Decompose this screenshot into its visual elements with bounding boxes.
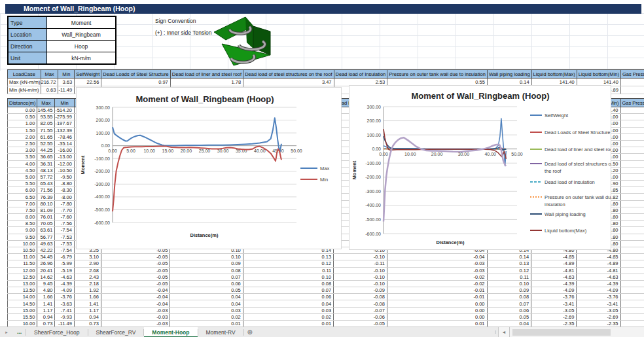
value-cell: -275.99 — [55, 114, 74, 120]
ringbeam-diagram — [211, 14, 285, 67]
y-tick-label: -400.00 — [94, 194, 110, 199]
value-cell: -0.04 — [101, 294, 170, 300]
info-value-location: Wall_Ringbeam — [47, 29, 116, 41]
value-cell: 44.25 — [37, 147, 55, 154]
value-cell: 1.66 — [74, 294, 101, 300]
value-cell: -0.05 — [101, 274, 170, 280]
value-cell: -0.03 — [101, 307, 170, 313]
value-cell: -197.67 — [55, 120, 74, 127]
distance-cell: 13.50 — [8, 287, 37, 294]
summary-cell: 22.56 — [75, 79, 101, 86]
tab-moment-hoop[interactable]: Moment-Hoop — [144, 327, 197, 337]
value-cell: 0.09 — [170, 260, 243, 267]
sheet-tab-more[interactable]: ... — [13, 327, 26, 337]
table-row: 14.501.41-3.631.41-0.040.040.04-0.080.00… — [8, 300, 644, 307]
value-cell: 76.39 — [37, 194, 55, 200]
chart-moment-loadcases[interactable]: 300.00200.00100.000.00-100.00-200.00-300… — [349, 85, 611, 250]
hscrollbar-track[interactable] — [510, 327, 644, 337]
info-label-type: Type — [8, 16, 47, 29]
value-cell: 0.06 — [243, 294, 333, 300]
value-cell: -0.04 — [101, 287, 170, 294]
value-cell: -0.35 — [620, 313, 644, 320]
legend-label: Dead Loads of Steel Structure — [545, 130, 610, 135]
chart-moment-envelope[interactable]: 300.00200.00100.000.00-100.00-200.00-300… — [76, 87, 342, 249]
value-cell: 61.65 — [37, 133, 55, 140]
value-cell: 57.72 — [37, 173, 55, 180]
value-cell: 1.41 — [74, 300, 101, 307]
column-header: Gas Pressure(Max) — [620, 99, 644, 107]
x-tick-label: 10.00 — [143, 149, 155, 153]
value-cell: 0.04 — [170, 300, 243, 307]
value-cell: 9.45 — [37, 280, 55, 287]
value-cell: 2.43 — [74, 274, 101, 280]
value-cell: 0.13 — [487, 260, 531, 267]
info-value-type: Moment — [47, 16, 116, 29]
y-tick-label: -600.00 — [94, 221, 110, 225]
legend-label: Min — [320, 177, 328, 183]
tab-moment-rv[interactable]: Moment-RV — [198, 327, 243, 337]
value-cell: 82.05 — [37, 120, 55, 127]
tab-shearforce-rv[interactable]: ShearForce_RV — [88, 327, 144, 337]
value-cell: -14.00 — [620, 173, 644, 180]
x-axis-title: Distance(m) — [190, 232, 219, 238]
y-tick-label: 300.00 — [367, 105, 382, 109]
value-cell: -0.02 — [387, 280, 487, 287]
tab-shearforce-hoop[interactable]: ShearForce_Hoop — [26, 327, 87, 337]
info-label-location: Location — [8, 29, 47, 41]
value-cell: -3.76 — [531, 294, 577, 300]
x-tick-label: 5.00 — [126, 149, 135, 153]
column-header: Max — [41, 70, 58, 79]
legend-label: Dead load of steel structures onthe roof — [545, 161, 611, 174]
column-header: Dead load of Insulation — [334, 70, 387, 79]
distance-cell: 5.00 — [8, 173, 37, 180]
distance-cell: 7.00 — [8, 200, 37, 207]
value-cell: 0.03 — [170, 307, 243, 313]
value-cell: 36.65 — [37, 154, 55, 160]
value-cell: 20.41 — [37, 267, 55, 274]
info-label-unit: Unit — [8, 52, 47, 65]
value-cell: -5.99 — [55, 260, 74, 267]
value-cell: -0.05 — [101, 280, 170, 287]
value-cell: 0.08 — [487, 294, 531, 300]
value-cell: -9.93 — [55, 313, 74, 320]
summary-cell: 1.78 — [170, 79, 243, 86]
distance-cell: 1.50 — [8, 127, 37, 133]
value-cell: -0.10 — [334, 280, 387, 287]
table-row: 15.500.94-9.930.94-0.030.020.02-0.060.00… — [8, 313, 644, 320]
value-cell: 81.09 — [37, 207, 55, 213]
legend-label: Pressure on outer tank wall due toinsula… — [545, 194, 611, 207]
info-row: Direction Hoop — [8, 41, 116, 52]
value-cell: -0.01 — [387, 294, 487, 300]
value-cell: -4.39 — [620, 274, 644, 280]
x-tick-label: 0.00 — [108, 149, 117, 153]
value-cell: -7.54 — [55, 227, 74, 234]
value-cell: -0.06 — [334, 313, 387, 320]
value-cell: 76.01 — [37, 214, 55, 221]
value-cell: 216.72 — [620, 107, 644, 114]
value-cell: 93.55 — [37, 114, 55, 120]
legend-label: Max — [320, 166, 329, 171]
value-cell: -0.10 — [334, 267, 387, 274]
value-cell: 2.18 — [74, 280, 101, 287]
value-cell: -4.81 — [531, 267, 577, 274]
y-tick-label: 0.00 — [372, 147, 381, 151]
distance-cell: 14.00 — [8, 294, 37, 300]
value-cell: -16.00 — [620, 167, 644, 173]
info-table: Type Moment Location Wall_Ringbeam Direc… — [7, 16, 116, 65]
distance-cell: 10.50 — [8, 247, 37, 253]
value-cell: -0.08 — [334, 300, 387, 307]
hscroll-left-arrow-icon[interactable]: ◄ — [498, 327, 510, 337]
distance-cell: 11.00 — [8, 254, 37, 260]
sheet-nav-arrow-icon[interactable]: ▸ — [0, 327, 13, 337]
value-cell: -6.79 — [620, 254, 644, 260]
value-cell: -0.01 — [387, 287, 487, 294]
distance-cell: 2.00 — [8, 133, 37, 140]
value-cell: 2.90 — [74, 260, 101, 267]
value-cell: -11.50 — [620, 187, 644, 194]
add-sheet-icon[interactable]: ⊕ — [244, 327, 256, 337]
table-row: 15.001.17-7.411.17-0.030.030.03-0.070.00… — [8, 307, 644, 313]
value-cell: -0.05 — [101, 267, 170, 274]
hscrollbar-thumb[interactable] — [512, 329, 611, 336]
value-cell: -2.16 — [620, 294, 644, 300]
scrollbar-splitter-icon[interactable]: ⁞ — [493, 327, 498, 337]
